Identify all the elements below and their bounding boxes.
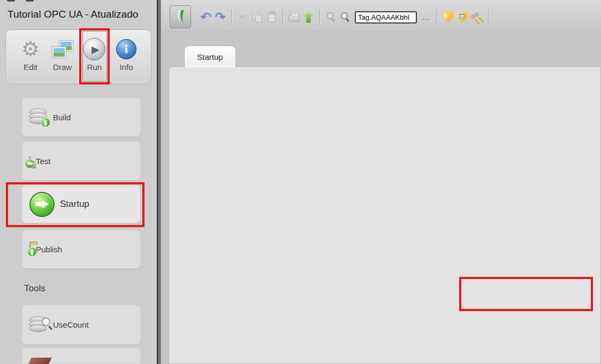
tab-startup-label: Startup — [197, 52, 223, 61]
play-orb-icon: ▶ — [83, 38, 105, 60]
sidebar-item-label: Startup — [60, 199, 89, 210]
preview-button[interactable] — [324, 9, 338, 25]
toolbar-separator — [437, 9, 437, 25]
mode-panel: ⚙ Edit Draw ▶ Run i Info — [5, 29, 151, 84]
window-artifact — [7, 0, 15, 2]
sidebar-item-publish[interactable]: Publish — [21, 230, 141, 269]
pictures-icon — [52, 41, 73, 58]
mode-info-label: Info — [120, 63, 133, 72]
tab-startup[interactable]: Startup — [184, 45, 236, 67]
sidebar-item-label: Publish — [36, 245, 62, 254]
app-logo-icon — [174, 9, 186, 26]
shield-add-button[interactable]: + — [441, 9, 455, 25]
cut-button[interactable]: ✂ — [235, 9, 250, 25]
mode-run-label: Run — [87, 63, 102, 72]
gear-icon: ⚙ — [21, 38, 40, 60]
window-run-icon — [29, 157, 31, 166]
more-tags-button[interactable]: ... — [419, 13, 433, 21]
sidebar-item-usecount[interactable]: UseCount — [21, 305, 141, 345]
copy-button[interactable] — [250, 9, 264, 25]
shield-table-button[interactable] — [455, 9, 470, 25]
sidebar-item-build[interactable]: Build — [21, 97, 141, 137]
tag-search-input[interactable] — [355, 11, 417, 24]
window-artifact — [26, 0, 34, 2]
sidebar-item-label: Test — [36, 157, 51, 166]
sidebar-item-test[interactable]: Test — [21, 141, 141, 181]
mode-info-button[interactable]: i Info — [110, 36, 142, 84]
sidebar-item-startup[interactable]: Startup — [21, 185, 141, 223]
toolbar-separator — [319, 9, 320, 25]
sidebar: Tutorial OPC UA - Atualizado ⚙ Edit Draw… — [0, 0, 157, 364]
folder-download-icon — [29, 245, 31, 254]
keys-button[interactable] — [470, 9, 484, 25]
mode-edit-label: Edit — [24, 63, 37, 72]
print-button[interactable] — [287, 9, 301, 25]
app-logo-button[interactable] — [170, 5, 191, 28]
paste-button[interactable] — [264, 9, 279, 25]
info-orb-icon: i — [116, 39, 136, 59]
partial-icon — [28, 358, 52, 364]
mode-run-button[interactable]: ▶ Run — [79, 36, 111, 84]
sidebar-item-label: UseCount — [53, 320, 89, 329]
startup-tab-page — [169, 66, 601, 364]
main-area: ↶ ↷ ✂ ... + Startup — [161, 0, 601, 364]
undo-button[interactable]: ↶ — [199, 9, 213, 25]
green-arrow-icon — [29, 192, 55, 217]
database-download-icon — [29, 109, 48, 126]
app-window: Tutorial OPC UA - Atualizado ⚙ Edit Draw… — [0, 0, 601, 364]
toolbar-separator — [283, 9, 283, 25]
sidebar-item-partial[interactable] — [21, 347, 141, 364]
redo-button[interactable]: ↷ — [213, 9, 227, 25]
search-button[interactable] — [338, 9, 353, 25]
toolbar-separator — [231, 9, 232, 25]
project-title: Tutorial OPC UA - Atualizado — [7, 9, 138, 20]
publish-up-button[interactable] — [301, 9, 316, 25]
sidebar-item-label: Build — [53, 113, 71, 122]
database-search-icon — [29, 316, 48, 334]
toolbar-separator — [488, 9, 489, 25]
mode-draw-button[interactable]: Draw — [47, 36, 79, 84]
mode-draw-label: Draw — [53, 63, 72, 72]
tools-section-header: Tools — [24, 283, 45, 294]
pane-splitter[interactable] — [157, 0, 161, 364]
mode-edit-button[interactable]: ⚙ Edit — [14, 36, 47, 84]
toolbar-row: ↶ ↷ ✂ ... + — [199, 7, 492, 27]
